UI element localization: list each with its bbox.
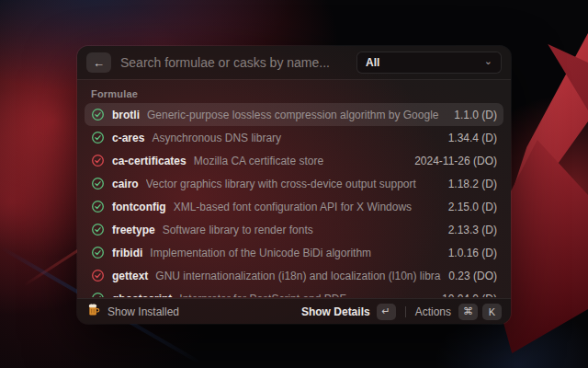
formula-name: brotli — [112, 109, 140, 121]
list-item[interactable]: fontconfig XML-based font configuration … — [85, 195, 503, 218]
footer-right: Show Details ↵ Actions ⌘ K — [301, 304, 502, 320]
formula-version: 2.15.0 (D) — [448, 201, 497, 213]
formula-version: 2024-11-26 (DO) — [414, 155, 497, 167]
command-key-badge: ⌘ — [458, 304, 478, 320]
list-item[interactable]: fribidi Implementation of the Unicode Bi… — [85, 241, 503, 264]
formula-name: fribidi — [112, 247, 142, 259]
show-details-button[interactable]: Show Details ↵ — [301, 304, 396, 320]
circle-check-icon — [91, 223, 105, 236]
list-item[interactable]: brotli Generic-purpose lossless compress… — [85, 103, 503, 126]
search-input[interactable] — [120, 55, 347, 70]
footer-action-bar: Show Installed Show Details ↵ Actions ⌘ … — [77, 298, 511, 324]
formula-version: 1.0.16 (D) — [448, 247, 497, 259]
formula-description: Software library to render fonts — [163, 224, 441, 236]
circle-check-icon — [91, 246, 105, 259]
formulae-list: brotli Generic-purpose lossless compress… — [77, 103, 511, 297]
formula-description: Asynchronous DNS library — [152, 132, 440, 144]
list-item[interactable]: c-ares Asynchronous DNS library 1.34.4 (… — [85, 126, 503, 149]
circle-check-icon — [91, 292, 105, 297]
formula-version: 1.1.0 (D) — [454, 109, 497, 121]
formula-name: fontconfig — [112, 201, 166, 213]
search-bar: ← All ⌄ — [77, 46, 511, 79]
formula-name: c-ares — [112, 132, 144, 144]
circle-check-icon — [91, 200, 105, 213]
list-item[interactable]: freetype Software library to render font… — [85, 218, 503, 241]
formula-version: 1.18.2 (D) — [448, 178, 497, 190]
list-item[interactable]: cairo Vector graphics library with cross… — [85, 172, 503, 195]
footer-separator — [405, 306, 406, 317]
formula-description: Generic-purpose lossless compression alg… — [147, 109, 447, 121]
formula-description: Mozilla CA certificate store — [194, 155, 407, 167]
filter-dropdown[interactable]: All ⌄ — [356, 52, 502, 74]
circle-check-icon — [91, 177, 105, 190]
filter-dropdown-value: All — [366, 56, 379, 69]
back-button[interactable]: ← — [86, 52, 111, 73]
show-details-label: Show Details — [301, 305, 370, 318]
formula-description: Implementation of the Unicode BiDi algor… — [150, 247, 440, 259]
formula-description: GNU internationalization (i18n) and loca… — [155, 270, 441, 282]
list-item[interactable]: ghostscript Interpreter for PostScript a… — [85, 287, 503, 297]
actions-button[interactable]: Actions ⌘ K — [415, 304, 502, 320]
homebrew-beer-mug-icon — [86, 303, 100, 320]
circle-check-icon — [91, 131, 105, 144]
formula-name: freetype — [112, 224, 155, 236]
formula-description: XML-based font configuration API for X W… — [174, 201, 441, 213]
formula-name: ghostscript — [112, 293, 172, 298]
raycast-homebrew-window: ← All ⌄ Formulae brotli Generic-purpose … — [77, 46, 511, 324]
list-item[interactable]: ca-certificates Mozilla CA certificate s… — [85, 149, 503, 172]
section-header-formulae: Formulae — [77, 80, 511, 103]
formula-version: 1.34.4 (D) — [448, 132, 497, 144]
back-arrow-icon: ← — [93, 56, 105, 70]
formula-version: 10.04.0 (D) — [442, 293, 497, 298]
show-installed-label: Show Installed — [107, 305, 179, 318]
return-key-badge: ↵ — [377, 304, 396, 320]
circle-check-icon — [91, 154, 105, 167]
k-key-badge: K — [482, 304, 502, 320]
chevron-down-icon: ⌄ — [484, 56, 492, 66]
formula-description: Interpreter for PostScript and PDF — [179, 293, 435, 298]
circle-check-icon — [91, 269, 105, 282]
footer-left[interactable]: Show Installed — [86, 303, 179, 320]
formula-version: 0.23 (DO) — [448, 270, 497, 282]
list-item[interactable]: gettext GNU internationalization (i18n) … — [85, 264, 503, 287]
formula-description: Vector graphics library with cross-devic… — [146, 178, 441, 190]
formula-version: 2.13.3 (D) — [448, 224, 497, 236]
actions-label: Actions — [415, 305, 451, 318]
formula-name: gettext — [112, 270, 148, 282]
formula-name: ca-certificates — [112, 155, 187, 167]
formula-name: cairo — [112, 178, 139, 190]
circle-check-icon — [91, 108, 105, 121]
